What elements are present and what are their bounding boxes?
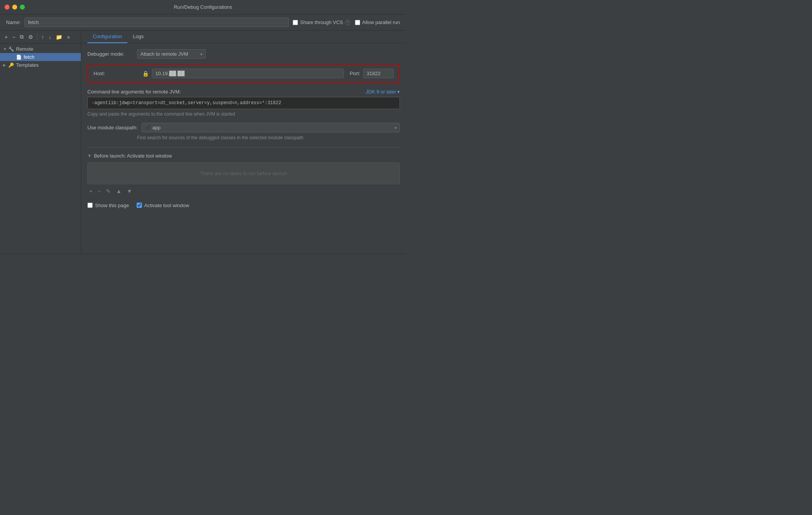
add-config-button[interactable]: + [3,33,9,41]
close-button[interactable] [5,5,10,10]
before-launch-down-button[interactable]: ▼ [125,187,134,195]
fetch-label: fetch [24,54,34,60]
help-icon[interactable]: ? [345,20,350,25]
remote-arrow: ▼ [3,47,8,51]
remote-label: Remote [16,46,34,52]
right-options: Share through VCS ? Allow parallel run [293,19,400,25]
cmdline-hint-text: Copy and paste the arguments to the comm… [87,111,400,117]
cmdline-section: Command line arguments for remote JVM: J… [87,89,400,117]
folder-button[interactable]: 📁 [54,33,64,41]
toolbar-separator [37,34,37,40]
maximize-button[interactable] [20,5,25,10]
window-title: Run/Debug Configurations [174,4,232,10]
tab-content-configuration: Debugger mode: Attach to remote JVM List… [81,43,406,254]
debugger-mode-select[interactable]: Attach to remote JVM Listen to remote JV… [137,49,206,59]
more-button[interactable]: » [65,33,71,41]
templates-label: Templates [16,62,39,68]
module-select-wrapper[interactable]: ⬛ app [142,123,400,132]
name-input[interactable] [24,18,289,27]
copy-config-button[interactable]: ⧉ [18,33,25,41]
fetch-config-icon: 📄 [16,55,22,60]
activate-window-checkbox-label[interactable]: Activate tool window [137,203,189,208]
before-launch-up-button[interactable]: ▲ [114,187,123,195]
before-launch-toolbar: + − ✎ ▲ ▼ [87,187,400,195]
content-area: Configuration Logs Debugger mode: Attach… [81,31,406,254]
cmdline-args-text: -agentlib:jdwp=transport=dt_socket,serve… [92,100,281,106]
bottom-checkboxes: Show this page Activate tool window [87,200,400,208]
before-launch-section: ▼ Before launch: Activate tool window Th… [87,147,400,208]
port-label: Port: [350,71,360,76]
tab-configuration[interactable]: Configuration [87,31,127,43]
host-input[interactable] [152,69,344,78]
settings-config-button[interactable]: ⚙ [27,33,35,41]
bottom-bar: ? Cancel Apply OK [0,254,406,258]
before-launch-empty-text: There are no tasks to run before launch [200,171,287,176]
show-page-checkbox-label[interactable]: Show this page [87,203,129,208]
allow-parallel-label: Allow parallel run [362,19,400,25]
debugger-mode-select-wrapper[interactable]: Attach to remote JVM Listen to remote JV… [137,49,206,59]
minimize-button[interactable] [12,5,17,10]
before-launch-remove-button[interactable]: − [96,187,103,195]
tab-logs[interactable]: Logs [127,31,149,43]
templates-icon: 🔑 [8,63,14,68]
title-bar: Run/Debug Configurations [0,0,406,14]
name-label: Name: [6,19,21,25]
port-input[interactable] [363,69,394,78]
module-label: Use module classpath: [87,125,138,130]
show-page-checkbox[interactable] [87,203,93,208]
share-vcs-label: Share through VCS [300,19,343,25]
cmdline-label-text: Command line arguments for remote JVM: [87,89,181,95]
move-up-button[interactable]: ↑ [40,33,45,41]
cmdline-label-row: Command line arguments for remote JVM: J… [87,89,400,95]
host-lock-icon: 🔒 [142,71,149,77]
before-launch-title: Before launch: Activate tool window [94,153,172,159]
debugger-mode-label: Debugger mode: [87,51,133,57]
sidebar: + − ⧉ ⚙ ↑ ↓ 📁 » ▼ 🔧 Remote 📄 fetch [0,31,81,254]
port-group: Port: [350,69,394,78]
remove-config-button[interactable]: − [11,33,17,41]
share-vcs-checkbox[interactable] [293,20,298,25]
sidebar-toolbar: + − ⧉ ⚙ ↑ ↓ 📁 » [0,31,81,43]
before-launch-header: ▼ Before launch: Activate tool window [87,153,400,159]
module-select[interactable]: ⬛ app [142,123,400,132]
host-port-section: Host: 🔒 Port: [87,64,400,83]
debugger-mode-row: Debugger mode: Attach to remote JVM List… [87,49,400,59]
host-group: Host: 🔒 [93,69,344,78]
main-layout: + − ⧉ ⚙ ↑ ↓ 📁 » ▼ 🔧 Remote 📄 fetch [0,31,406,254]
activate-window-label-text: Activate tool window [144,203,189,208]
allow-parallel-checkbox[interactable] [355,20,360,25]
before-launch-add-button[interactable]: + [87,187,94,195]
allow-parallel-checkbox-item[interactable]: Allow parallel run [355,19,400,25]
sidebar-item-remote[interactable]: ▼ 🔧 Remote [0,45,81,53]
sidebar-tree: ▼ 🔧 Remote 📄 fetch ▶ 🔑 Templates [0,43,81,254]
module-classpath-row: Use module classpath: ⬛ app [87,123,400,132]
sidebar-item-fetch[interactable]: 📄 fetch [0,53,81,61]
module-hint-text: First search for sources of the debugged… [87,135,400,141]
host-label: Host: [93,71,139,76]
sidebar-item-templates[interactable]: ▶ 🔑 Templates [0,61,81,69]
move-down-button[interactable]: ↓ [47,33,53,41]
templates-arrow: ▶ [3,63,8,67]
name-bar: Name: Share through VCS ? Allow parallel… [0,14,406,31]
activate-window-checkbox[interactable] [137,203,142,208]
remote-icon: 🔧 [8,47,14,52]
share-vcs-checkbox-item[interactable]: Share through VCS ? [293,19,350,25]
before-launch-arrow[interactable]: ▼ [87,153,92,158]
jdk-version-link[interactable]: JDK 9 or later ▾ [366,89,400,95]
cmdline-args-box: -agentlib:jdwp=transport=dt_socket,serve… [87,97,400,109]
traffic-lights[interactable] [5,5,25,10]
jdk-arrow-icon: ▾ [397,89,400,95]
tabs-bar: Configuration Logs [81,31,406,43]
before-launch-empty: There are no tasks to run before launch [87,163,400,184]
show-page-label-text: Show this page [95,203,129,208]
before-launch-edit-button[interactable]: ✎ [104,187,113,195]
